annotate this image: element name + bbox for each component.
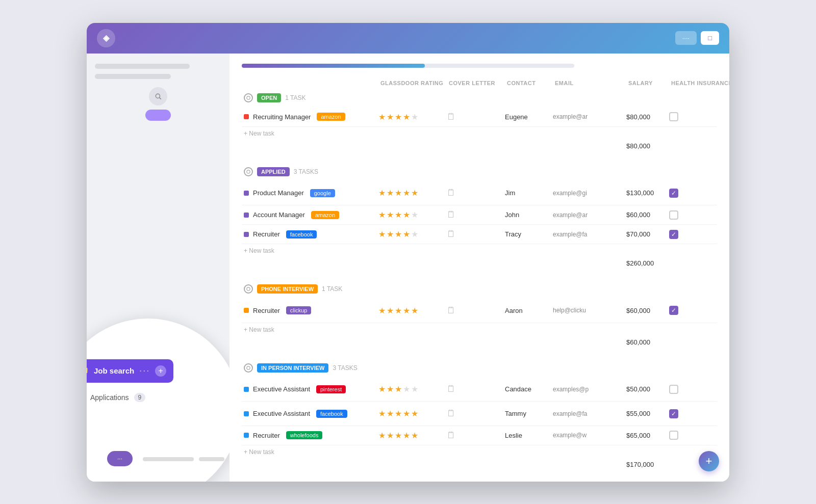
new-task-button[interactable]: + New task bbox=[242, 445, 717, 459]
new-task-button[interactable]: + New task bbox=[242, 323, 717, 336]
chat-bubble[interactable]: ··· bbox=[107, 451, 133, 466]
task-title-cell: Account Manager amazon bbox=[244, 211, 376, 219]
header-button-square[interactable]: □ bbox=[701, 31, 719, 45]
col-header-glassdoor: GLASSDOOR RATING bbox=[380, 80, 447, 86]
company-tag: pinterest bbox=[316, 385, 346, 393]
section-badge-open: OPEN bbox=[257, 93, 281, 102]
health-checkbox[interactable]: ✓ bbox=[669, 409, 678, 418]
task-color-dot bbox=[244, 411, 249, 416]
table-row[interactable]: Recruiter facebook ★★★★★ 🗒 Tracy example… bbox=[242, 225, 717, 244]
add-icon[interactable]: + bbox=[155, 365, 166, 377]
health-insurance-cell[interactable] bbox=[669, 431, 729, 440]
section-toggle-inperson[interactable] bbox=[244, 363, 253, 373]
cover-letter-cell[interactable]: 🗒 bbox=[447, 384, 503, 394]
star-rating: ★★★★★ bbox=[378, 210, 445, 220]
contact-cell: Eugene bbox=[505, 113, 551, 121]
table-row[interactable]: Account Manager amazon ★★★★★ 🗒 John exam… bbox=[242, 205, 717, 225]
total-salary: $170,000 bbox=[626, 461, 667, 468]
health-checkbox[interactable] bbox=[669, 385, 678, 394]
health-checkbox[interactable] bbox=[669, 210, 678, 220]
cover-letter-icon[interactable]: 🗒 bbox=[447, 305, 456, 315]
section-toggle-phone[interactable] bbox=[244, 284, 253, 294]
health-insurance-cell[interactable] bbox=[669, 112, 729, 121]
section-inperson: IN PERSON INTERVIEW 3 TASKS Executive As… bbox=[242, 360, 717, 474]
cover-letter-icon[interactable]: 🗒 bbox=[447, 229, 456, 239]
cover-letter-icon[interactable]: 🗒 bbox=[447, 384, 456, 394]
svg-point-5 bbox=[247, 366, 250, 369]
main-layout: 📁 Job search ··· + ⚙ Applications 9 ··· bbox=[87, 54, 729, 482]
table-row[interactable]: Executive Assistant facebook ★★★★★ 🗒 Tam… bbox=[242, 402, 717, 426]
contact-cell: Leslie bbox=[505, 432, 551, 439]
sidebar-job-search-label: Job search bbox=[94, 366, 134, 375]
star-rating: ★★★★★ bbox=[378, 188, 445, 198]
svg-point-4 bbox=[247, 287, 250, 290]
cover-letter-cell[interactable]: 🗒 bbox=[447, 305, 503, 316]
cover-letter-cell[interactable]: 🗒 bbox=[447, 209, 503, 220]
cover-letter-icon[interactable]: 🗒 bbox=[447, 408, 456, 418]
svg-point-3 bbox=[247, 170, 250, 173]
health-insurance-cell[interactable]: ✓ bbox=[669, 230, 729, 239]
star-5: ★ bbox=[411, 210, 418, 220]
cover-letter-cell[interactable]: 🗒 bbox=[447, 229, 503, 240]
section-toggle-open[interactable] bbox=[244, 93, 253, 102]
star-3: ★ bbox=[395, 409, 402, 418]
health-insurance-cell[interactable] bbox=[669, 210, 729, 220]
cover-letter-cell[interactable]: 🗒 bbox=[447, 408, 503, 419]
health-checkbox[interactable]: ✓ bbox=[669, 306, 678, 315]
section-badge-inperson: IN PERSON INTERVIEW bbox=[257, 363, 328, 373]
health-insurance-cell[interactable]: ✓ bbox=[669, 306, 729, 315]
section-task-count-open: 1 TASK bbox=[285, 94, 305, 101]
table-row[interactable]: Recruiter wholefoods ★★★★★ 🗒 Leslie exam… bbox=[242, 426, 717, 445]
star-4: ★ bbox=[403, 229, 410, 239]
header-button-dots[interactable]: ···· bbox=[675, 31, 697, 45]
cover-letter-icon[interactable]: 🗒 bbox=[447, 188, 456, 198]
cover-letter-icon[interactable]: 🗒 bbox=[447, 430, 456, 440]
section-toggle-applied[interactable] bbox=[244, 167, 253, 176]
company-tag: amazon bbox=[317, 113, 345, 121]
task-name: Recruiter bbox=[253, 307, 280, 314]
sidebar-item-applications[interactable]: ⚙ Applications 9 bbox=[87, 389, 152, 406]
cover-letter-icon[interactable]: 🗒 bbox=[447, 209, 456, 220]
fab-add-button[interactable]: + bbox=[699, 451, 719, 471]
health-checkbox[interactable] bbox=[669, 431, 678, 440]
table-row[interactable]: Recruiting Manager amazon ★★★★★ 🗒 Eugene… bbox=[242, 108, 717, 127]
cover-letter-cell[interactable]: 🗒 bbox=[447, 112, 503, 122]
star-1: ★ bbox=[378, 431, 386, 440]
table-row[interactable]: Recruiter clickup ★★★★★ 🗒 Aaron help@cli… bbox=[242, 299, 717, 323]
star-1: ★ bbox=[378, 210, 386, 220]
cover-letter-cell[interactable]: 🗒 bbox=[447, 188, 503, 198]
star-1: ★ bbox=[378, 409, 386, 418]
task-name: Executive Assistant bbox=[253, 385, 310, 393]
star-rating: ★★★★★ bbox=[378, 409, 445, 418]
star-2: ★ bbox=[387, 431, 394, 440]
app-logo: ◈ bbox=[97, 29, 115, 47]
sidebar-toggle[interactable] bbox=[145, 110, 171, 121]
salary-total-row: $80,000 bbox=[242, 140, 717, 156]
col-header-cover: COVER LETTER bbox=[449, 80, 505, 86]
cover-letter-cell[interactable]: 🗒 bbox=[447, 430, 503, 441]
new-task-button[interactable]: + New task bbox=[242, 127, 717, 140]
health-checkbox[interactable]: ✓ bbox=[669, 189, 678, 198]
star-3: ★ bbox=[395, 112, 402, 122]
health-insurance-cell[interactable]: ✓ bbox=[669, 189, 729, 198]
star-1: ★ bbox=[378, 229, 386, 239]
section-applied: APPLIED 3 TASKS Product Manager google ★… bbox=[242, 164, 717, 274]
email-cell: example@fa bbox=[553, 410, 624, 417]
health-insurance-cell[interactable]: ✓ bbox=[669, 409, 729, 418]
health-checkbox[interactable] bbox=[669, 112, 678, 121]
star-rating: ★★★★★ bbox=[378, 431, 445, 440]
health-insurance-cell[interactable] bbox=[669, 385, 729, 394]
email-cell: example@ar bbox=[553, 211, 624, 219]
star-1: ★ bbox=[378, 384, 386, 394]
task-color-dot bbox=[244, 232, 249, 237]
new-task-button[interactable]: + New task bbox=[242, 244, 717, 257]
more-dots-icon[interactable]: ··· bbox=[139, 365, 150, 376]
cover-letter-icon[interactable]: 🗒 bbox=[447, 112, 456, 122]
sidebar-search-icon[interactable] bbox=[149, 87, 167, 105]
task-title-cell: Executive Assistant facebook bbox=[244, 410, 376, 418]
table-row[interactable]: Product Manager google ★★★★★ 🗒 Jim examp… bbox=[242, 181, 717, 206]
health-checkbox[interactable]: ✓ bbox=[669, 230, 678, 239]
table-row[interactable]: Executive Assistant pinterest ★★★★★ 🗒 Ca… bbox=[242, 378, 717, 402]
sidebar-item-job-search[interactable]: 📁 Job search ··· + bbox=[87, 359, 173, 383]
contact-cell: John bbox=[505, 211, 551, 219]
